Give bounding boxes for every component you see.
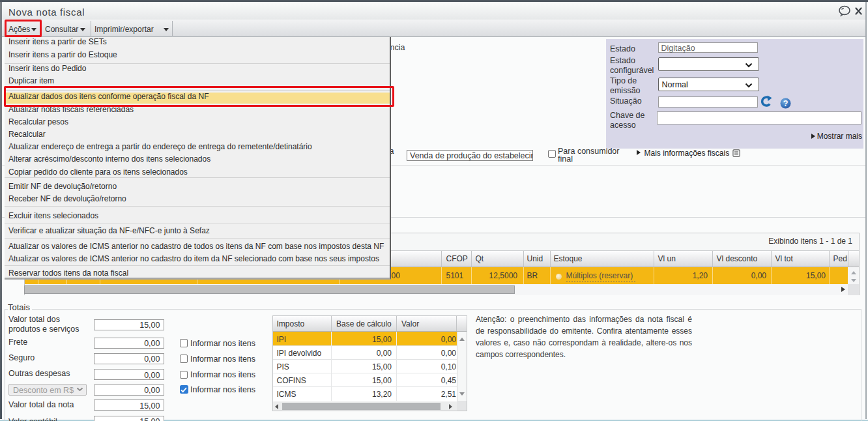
svg-text:?: ? xyxy=(783,99,788,108)
